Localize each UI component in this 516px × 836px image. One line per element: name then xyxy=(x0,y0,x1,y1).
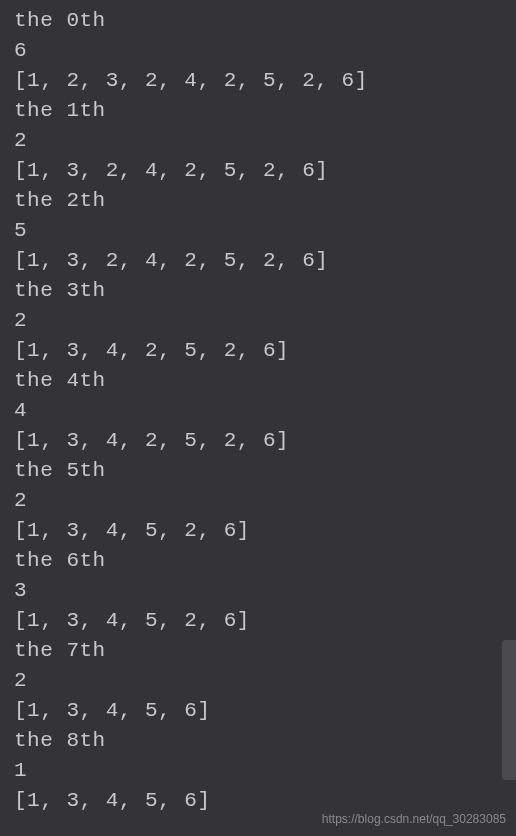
output-line: [1, 3, 2, 4, 2, 5, 2, 6] xyxy=(14,156,502,186)
output-line: [1, 3, 2, 4, 2, 5, 2, 6] xyxy=(14,246,502,276)
output-line: [1, 3, 4, 2, 5, 2, 6] xyxy=(14,336,502,366)
output-line: the 1th xyxy=(14,96,502,126)
output-line: [1, 3, 4, 5, 2, 6] xyxy=(14,516,502,546)
output-line: 4 xyxy=(14,396,502,426)
output-line: the 2th xyxy=(14,186,502,216)
output-line: 2 xyxy=(14,126,502,156)
output-line: 5 xyxy=(14,216,502,246)
output-line: the 4th xyxy=(14,366,502,396)
output-line: the 3th xyxy=(14,276,502,306)
side-panel[interactable] xyxy=(502,640,516,780)
output-line: [1, 3, 4, 5, 2, 6] xyxy=(14,606,502,636)
terminal-output: the 0th 6 [1, 2, 3, 2, 4, 2, 5, 2, 6] th… xyxy=(14,6,502,816)
output-line: 2 xyxy=(14,306,502,336)
output-line: [1, 3, 4, 2, 5, 2, 6] xyxy=(14,426,502,456)
output-line: the 0th xyxy=(14,6,502,36)
output-line: 3 xyxy=(14,576,502,606)
output-line: 6 xyxy=(14,36,502,66)
output-line: 1 xyxy=(14,756,502,786)
output-line: the 6th xyxy=(14,546,502,576)
output-line: [1, 3, 4, 5, 6] xyxy=(14,696,502,726)
watermark-text: https://blog.csdn.net/qq_30283085 xyxy=(322,811,506,828)
output-line: [1, 2, 3, 2, 4, 2, 5, 2, 6] xyxy=(14,66,502,96)
output-line: 2 xyxy=(14,486,502,516)
output-line: 2 xyxy=(14,666,502,696)
output-line: the 7th xyxy=(14,636,502,666)
output-line: the 8th xyxy=(14,726,502,756)
output-line: the 5th xyxy=(14,456,502,486)
